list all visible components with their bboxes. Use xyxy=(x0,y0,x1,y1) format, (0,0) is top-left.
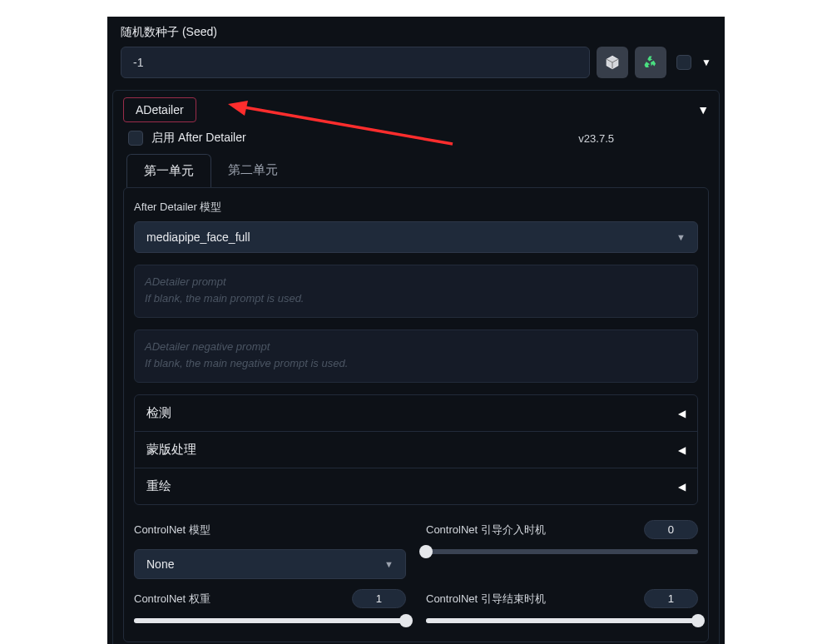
cn-weight-value[interactable]: 1 xyxy=(352,589,406,608)
cn-end-value[interactable]: 1 xyxy=(644,589,698,608)
seed-extra-dropdown[interactable]: ▼ xyxy=(701,57,711,68)
seed-reuse-button[interactable] xyxy=(635,47,666,78)
accordion-inpaint[interactable]: 重绘 ◀ xyxy=(135,468,697,504)
triangle-left-icon: ◀ xyxy=(678,481,686,493)
adetailer-header[interactable]: ADetailer ▼ xyxy=(113,94,719,124)
seed-extra-checkbox[interactable] xyxy=(676,55,691,70)
recycle-icon xyxy=(643,55,658,70)
enable-adetailer-label: 启用 After Detailer xyxy=(151,131,246,146)
adetailer-title: ADetailer xyxy=(123,97,196,122)
cn-weight-header: ControlNet 权重 1 xyxy=(134,589,406,608)
cn-model-header: ControlNet 模型 xyxy=(134,520,406,539)
chevron-down-icon: ▼ xyxy=(676,232,686,242)
chevron-down-icon: ▼ xyxy=(384,559,394,569)
accordion-mask[interactable]: 蒙版处理 ◀ xyxy=(135,432,697,468)
seed-random-button[interactable] xyxy=(597,47,628,78)
seed-label: 随机数种子 (Seed) xyxy=(107,17,725,47)
accordion-inpaint-label: 重绘 xyxy=(146,478,171,494)
cn-weight-slider[interactable] xyxy=(134,618,406,623)
prompt-placeholder-line1: ADetailer prompt xyxy=(145,274,687,290)
cn-end-label: ControlNet 引导结束时机 xyxy=(426,592,546,607)
tab-unit-1[interactable]: 第一单元 xyxy=(126,154,211,188)
cn-end-slider[interactable] xyxy=(426,618,698,623)
dice-icon xyxy=(605,55,620,70)
seed-input[interactable] xyxy=(121,47,590,78)
cn-end-header: ControlNet 引导结束时机 1 xyxy=(426,589,698,608)
accordion-detection-label: 检测 xyxy=(146,405,171,421)
adetailer-section: ADetailer ▼ 启用 After Detailer v23.7.5 第一… xyxy=(112,90,720,644)
cn-model-select-value: None xyxy=(146,557,174,571)
prompt-placeholder-line2: If blank, the main prompt is used. xyxy=(145,290,687,307)
cn-weight-label: ControlNet 权重 xyxy=(134,592,210,607)
neg-placeholder-line2: If blank, the main negative prompt is us… xyxy=(145,355,687,372)
enable-adetailer-checkbox[interactable] xyxy=(128,131,143,146)
adetailer-accordion: 检测 ◀ 蒙版处理 ◀ 重绘 ◀ xyxy=(134,394,698,505)
accordion-mask-label: 蒙版处理 xyxy=(146,442,196,458)
neg-placeholder-line1: ADetailer negative prompt xyxy=(145,339,687,355)
adetailer-panel: After Detailer 模型 mediapipe_face_full ▼ … xyxy=(123,187,709,642)
controlnet-grid: ControlNet 模型 ControlNet 引导介入时机 0 None ▼ xyxy=(134,520,698,630)
adetailer-tabs: 第一单元 第二单元 xyxy=(113,151,719,188)
seed-row: ▼ xyxy=(107,47,725,90)
model-label: After Detailer 模型 xyxy=(134,200,698,215)
model-select[interactable]: mediapipe_face_full ▼ xyxy=(134,221,698,253)
cn-start-value[interactable]: 0 xyxy=(644,520,698,539)
cn-model-select[interactable]: None ▼ xyxy=(134,549,406,579)
adetailer-version: v23.7.5 xyxy=(578,132,614,145)
cn-model-label: ControlNet 模型 xyxy=(134,523,210,537)
accordion-detection[interactable]: 检测 ◀ xyxy=(135,395,697,432)
triangle-left-icon: ◀ xyxy=(678,444,686,456)
tab-unit-2[interactable]: 第二单元 xyxy=(211,154,295,188)
adetailer-subheader: 启用 After Detailer v23.7.5 xyxy=(113,124,719,151)
cn-start-label: ControlNet 引导介入时机 xyxy=(426,523,546,537)
cn-start-header: ControlNet 引导介入时机 0 xyxy=(426,520,698,539)
model-select-value: mediapipe_face_full xyxy=(146,230,250,244)
adetailer-collapse-caret[interactable]: ▼ xyxy=(697,103,709,116)
triangle-left-icon: ◀ xyxy=(678,408,686,419)
app-window: 随机数种子 (Seed) ▼ ADetailer ▼ xyxy=(107,17,725,644)
enable-adetailer-row: 启用 After Detailer xyxy=(128,131,246,146)
cn-start-slider[interactable] xyxy=(426,549,698,554)
adetailer-prompt-input[interactable]: ADetailer prompt If blank, the main prom… xyxy=(134,265,698,318)
adetailer-negative-prompt-input[interactable]: ADetailer negative prompt If blank, the … xyxy=(134,329,698,383)
